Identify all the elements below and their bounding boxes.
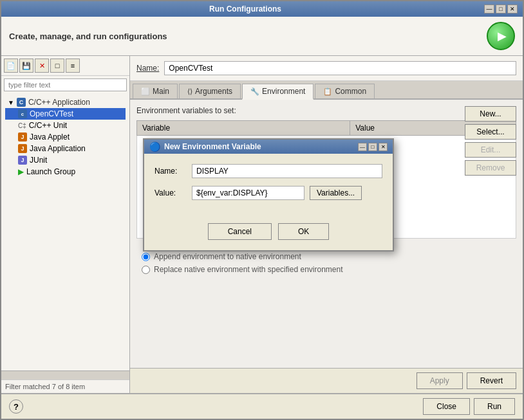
opencvtest-label: OpenCVTest: [30, 109, 73, 118]
modal-body: Name: Value: Variables...: [144, 154, 393, 218]
filter-input[interactable]: [4, 78, 127, 91]
common-tab-icon: 📋: [323, 87, 332, 96]
modal-close[interactable]: ✕: [379, 143, 388, 151]
run-button[interactable]: Run: [474, 398, 515, 415]
apply-button[interactable]: Apply: [416, 372, 463, 389]
java-application-label: Java Application: [30, 144, 86, 153]
cpp-section-header[interactable]: ▼ C C/C++ Application: [5, 96, 126, 108]
tab-arguments-label: Arguments: [195, 87, 232, 96]
cppunit-item[interactable]: C‡ C/C++ Unit: [5, 120, 126, 131]
duplicate-config-button[interactable]: □: [50, 59, 64, 73]
modal-maximize[interactable]: □: [368, 143, 377, 151]
radio-append[interactable]: [142, 253, 150, 261]
new-button[interactable]: New...: [465, 106, 516, 122]
java-applet-item[interactable]: J Java Applet: [5, 131, 126, 143]
left-toolbar: 📄 💾 ✕ □ ≡: [1, 56, 129, 76]
modal-cancel-button[interactable]: Cancel: [208, 223, 272, 240]
tab-main-label: Main: [153, 87, 169, 96]
java-applet-label: Java Applet: [30, 132, 70, 142]
env-header: Environment variables to set:: [136, 106, 516, 115]
tab-content: Environment variables to set: Variable V…: [130, 100, 523, 368]
radio-replace-label: Replace native environment with specifie…: [154, 265, 343, 274]
delete-config-button[interactable]: ✕: [35, 59, 49, 73]
left-panel: 📄 💾 ✕ □ ≡ ▼ C C/C++ Application: [1, 56, 130, 393]
modal-value-field: Value: Variables...: [154, 186, 382, 200]
arguments-tab-icon: ⟨⟩: [187, 87, 192, 96]
modal-name-label: Name:: [154, 167, 187, 176]
radio-append-label: Append environment to native environment: [154, 252, 301, 261]
filter-box: [4, 78, 127, 91]
java-applet-icon: J: [18, 132, 27, 142]
main-window: Run Configurations — □ ✕ Create, manage,…: [0, 0, 524, 420]
junit-icon: J: [18, 156, 27, 165]
cpp-section-label: C/C++ Application: [28, 98, 90, 107]
minimize-button[interactable]: —: [484, 5, 494, 14]
launch-group-icon: ▶: [18, 167, 24, 176]
more-options-button[interactable]: ≡: [66, 59, 80, 73]
main-tab-icon: ⬜: [141, 87, 150, 96]
footer-right: Close Run: [423, 398, 515, 415]
name-input[interactable]: [164, 61, 516, 75]
modal-eclipse-icon: 🔵: [149, 142, 160, 152]
window-title: Run Configurations: [6, 5, 484, 14]
name-label: Name:: [136, 64, 159, 73]
radio-replace[interactable]: [142, 266, 150, 274]
junit-label: JUnit: [30, 156, 47, 165]
header-title: Create, manage, and run configurations: [9, 32, 167, 41]
tree-area: ▼ C C/C++ Application c OpenCVTest C‡ C/…: [1, 94, 129, 370]
col-variable-header: Variable: [137, 121, 350, 136]
horizontal-scrollbar[interactable]: [1, 370, 129, 379]
tab-main[interactable]: ⬜ Main: [133, 84, 178, 98]
java-application-item[interactable]: J Java Application: [5, 143, 126, 154]
tab-arguments[interactable]: ⟨⟩ Arguments: [179, 84, 241, 98]
revert-button[interactable]: Revert: [467, 372, 516, 389]
variables-button[interactable]: Variables...: [310, 186, 362, 200]
cppunit-icon: C‡: [18, 122, 26, 129]
modal-controls: — □ ✕: [358, 143, 388, 151]
environment-tab-icon: 🔧: [250, 87, 259, 96]
tabs-row: ⬜ Main ⟨⟩ Arguments 🔧 Environment 📋 Comm…: [130, 81, 523, 100]
modal-title-bar: 🔵 New Environment Variable — □ ✕: [144, 140, 393, 154]
cppunit-label: C/C++ Unit: [29, 121, 67, 130]
modal-name-input[interactable]: [192, 164, 382, 178]
opencvtest-icon: c: [18, 109, 27, 118]
title-bar: Run Configurations — □ ✕: [1, 1, 523, 17]
env-button-group: New... Select... Edit... Remove: [465, 106, 516, 176]
right-panel: Name: ⬜ Main ⟨⟩ Arguments 🔧 Environment: [130, 56, 523, 393]
tab-environment-label: Environment: [262, 87, 305, 96]
modal-minimize[interactable]: —: [358, 143, 367, 151]
close-button[interactable]: ✕: [507, 5, 518, 14]
name-row: Name:: [130, 56, 523, 81]
header-section: Create, manage, and run configurations: [1, 17, 523, 56]
tab-common[interactable]: 📋 Common: [315, 84, 375, 98]
launch-group-item[interactable]: ▶ Launch Group: [5, 166, 126, 178]
radio-replace-row: Replace native environment with specifie…: [142, 263, 516, 276]
help-button[interactable]: ?: [9, 399, 23, 414]
new-config-button[interactable]: 📄: [4, 59, 18, 73]
run-icon[interactable]: [487, 22, 515, 50]
save-config-button[interactable]: 💾: [19, 59, 33, 73]
modal-footer: Cancel OK: [144, 218, 393, 250]
junit-item[interactable]: J JUnit: [5, 154, 126, 166]
maximize-button[interactable]: □: [496, 5, 506, 14]
remove-button[interactable]: Remove: [465, 160, 516, 176]
tree-section-cpp: ▼ C C/C++ Application c OpenCVTest C‡ C/…: [1, 95, 129, 179]
modal-ok-button[interactable]: OK: [278, 223, 329, 240]
tab-common-label: Common: [335, 87, 366, 96]
cpp-chevron: ▼: [8, 99, 14, 106]
radio-append-row: Append environment to native environment: [142, 250, 516, 263]
bottom-bar: Apply Revert: [130, 368, 523, 393]
close-button[interactable]: Close: [423, 398, 470, 415]
select-button[interactable]: Select...: [465, 124, 516, 140]
content-area: 📄 💾 ✕ □ ≡ ▼ C C/C++ Application: [1, 56, 523, 393]
tab-environment[interactable]: 🔧 Environment: [242, 84, 313, 100]
modal-name-field: Name:: [154, 164, 382, 178]
opencvtest-item[interactable]: c OpenCVTest: [5, 108, 126, 120]
cpp-icon: C: [17, 98, 26, 107]
edit-button[interactable]: Edit...: [465, 142, 516, 158]
modal-value-input[interactable]: [192, 186, 304, 200]
window-controls: — □ ✕: [484, 5, 518, 14]
filter-status: Filter matched 7 of 8 item: [1, 379, 129, 393]
java-application-icon: J: [18, 144, 27, 153]
window-footer: ? Close Run: [1, 393, 523, 419]
